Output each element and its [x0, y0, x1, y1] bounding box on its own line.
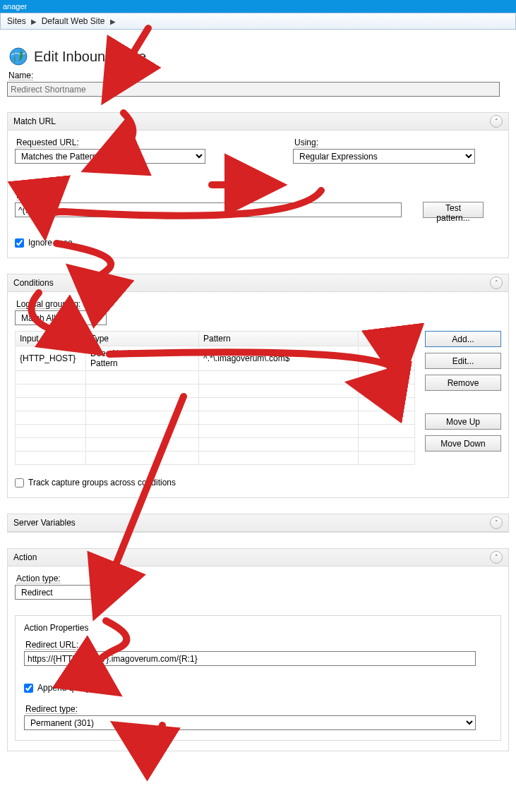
table-row	[16, 384, 415, 398]
name-input[interactable]	[7, 82, 500, 97]
move-up-button[interactable]: Move Up	[425, 413, 501, 430]
remove-condition-button[interactable]: Remove	[425, 375, 501, 391]
table-row[interactable]: {HTTP_HOST} Does Not Match the Pattern ^…	[16, 346, 415, 371]
using-select[interactable]: Regular Expressions	[293, 149, 475, 164]
section-server-variables: Server Variables ˅	[7, 514, 509, 533]
breadcrumb-item-default-web-site[interactable]: Default Web Site	[40, 16, 107, 26]
section-title: Conditions	[13, 278, 54, 288]
name-label: Name:	[8, 71, 509, 80]
window-title-text: anager	[3, 2, 27, 11]
section-header-match-url: Match URL ˄	[8, 113, 508, 131]
chevron-right-icon: ▶	[31, 18, 37, 25]
table-header-row: Input Type Pattern	[16, 332, 415, 346]
edit-condition-button[interactable]: Edit...	[425, 353, 501, 369]
move-down-button[interactable]: Move Down	[425, 435, 501, 452]
collapse-icon[interactable]: ˄	[490, 551, 503, 564]
table-row	[16, 411, 415, 425]
collapse-icon[interactable]: ˄	[490, 115, 503, 128]
section-header-server-variables: Server Variables ˅	[8, 514, 508, 532]
append-query-string-checkbox[interactable]	[24, 684, 33, 693]
col-input: Input	[16, 332, 86, 346]
table-row	[16, 425, 415, 438]
action-type-label: Action type:	[16, 574, 501, 583]
ignore-case-label: Ignore case	[28, 238, 73, 248]
col-pattern: Pattern	[199, 332, 359, 346]
table-row	[16, 452, 415, 465]
globe-icon	[8, 47, 28, 66]
pattern-label: Pattern:	[16, 190, 501, 200]
expand-icon[interactable]: ˅	[490, 516, 503, 529]
page-title-row: Edit Inbound Rule	[8, 47, 509, 66]
track-capture-label: Track capture groups across conditions	[28, 478, 176, 487]
section-title: Server Variables	[13, 518, 76, 528]
section-header-action: Action ˄	[8, 549, 508, 566]
chevron-right-icon: ▶	[110, 18, 116, 25]
requested-url-select[interactable]: Matches the Pattern	[15, 149, 205, 164]
collapse-icon[interactable]: ˄	[490, 277, 503, 289]
section-action: Action ˄ Action type: Redirect Action Pr…	[7, 548, 509, 751]
table-row	[16, 371, 415, 384]
using-label: Using:	[294, 138, 475, 147]
conditions-table[interactable]: Input Type Pattern {HTTP_HOST} Does Not …	[15, 331, 415, 465]
logical-grouping-select[interactable]: Match All	[15, 310, 107, 325]
track-capture-checkbox[interactable]	[15, 478, 24, 487]
append-query-string-label: Append query string	[37, 683, 113, 693]
section-match-url: Match URL ˄ Requested URL: Matches the P…	[7, 112, 509, 258]
col-type: Type	[86, 332, 199, 346]
action-properties-title: Action Properties	[21, 623, 91, 633]
window-title-bar: anager	[0, 0, 516, 13]
svg-point-0	[10, 48, 27, 65]
section-header-conditions: Conditions ˄	[8, 274, 508, 292]
logical-grouping-label: Logical grouping:	[16, 299, 501, 309]
redirect-url-label: Redirect URL:	[25, 640, 492, 650]
add-condition-button[interactable]: Add...	[425, 331, 501, 347]
redirect-url-input[interactable]	[24, 651, 476, 666]
section-conditions: Conditions ˄ Logical grouping: Match All…	[7, 274, 509, 498]
breadcrumb[interactable]: Sites ▶ Default Web Site ▶	[0, 13, 516, 30]
section-title: Action	[13, 552, 37, 562]
redirect-type-label: Redirect type:	[25, 704, 492, 714]
requested-url-label: Requested URL:	[16, 138, 205, 147]
action-type-select[interactable]: Redirect	[15, 585, 114, 600]
ignore-case-checkbox[interactable]	[15, 238, 24, 248]
section-title: Match URL	[13, 116, 56, 126]
table-row	[16, 398, 415, 411]
redirect-type-select[interactable]: Permanent (301)	[24, 715, 476, 730]
col-blank	[359, 332, 415, 346]
table-row	[16, 438, 415, 452]
pattern-input[interactable]	[15, 202, 402, 217]
page-title: Edit Inbound Rule	[34, 49, 146, 65]
breadcrumb-item-sites[interactable]: Sites	[5, 16, 28, 26]
test-pattern-button[interactable]: Test pattern...	[423, 202, 484, 218]
